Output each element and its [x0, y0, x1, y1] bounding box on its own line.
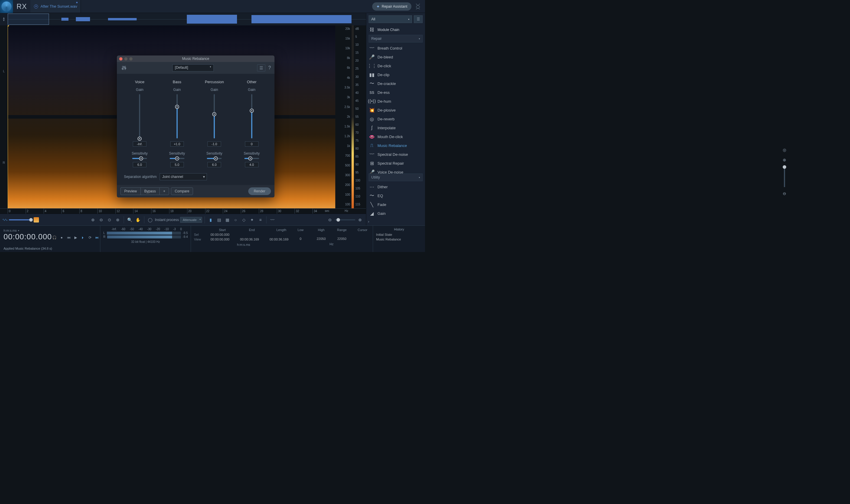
preset-select[interactable]: [Default]▾ [173, 64, 214, 71]
spectrogram-view-icon[interactable] [34, 217, 39, 222]
module-icon: ╲ [369, 202, 375, 207]
history-item[interactable]: Music Rebalance [376, 237, 422, 242]
gain-slider[interactable] [214, 94, 215, 138]
module-de-ess[interactable]: ssDe-ess [366, 88, 425, 97]
gain-slider[interactable] [139, 94, 140, 138]
gain-value[interactable]: 0 [245, 141, 258, 147]
modified-indicator-icon [76, 2, 78, 3]
zoom-vertical-arrows[interactable]: ▲▼ [0, 13, 8, 25]
module-icon: ▮▮ [369, 72, 375, 77]
gain-value[interactable]: -1.0 [207, 141, 221, 147]
module-music-rebalance[interactable]: ⎍Music Rebalance [366, 141, 425, 150]
region-icon[interactable]: ≡ [257, 216, 264, 223]
module-de-crackle[interactable]: 〜De-crackle [366, 79, 425, 88]
stats-icon[interactable]: 〰 [269, 216, 276, 223]
module-filter-select[interactable]: All▾ [369, 15, 412, 23]
wand-icon[interactable]: ✦ [249, 216, 256, 223]
sensitivity-value[interactable]: 6.0 [207, 162, 221, 167]
dna-icon[interactable] [414, 2, 422, 11]
lasso-icon[interactable]: ○ [232, 216, 239, 223]
separation-algorithm-select[interactable]: Joint channel [160, 173, 207, 180]
record-button[interactable]: ● [59, 235, 64, 240]
module-breath-control[interactable]: 〰Breath Control [366, 44, 425, 53]
module-voice-de-noise[interactable]: 🎤Voice De-noise [366, 168, 425, 174]
freq-select-icon[interactable]: ▤ [215, 216, 222, 223]
module-spectral-de-noise[interactable]: 〰Spectral De-noise [366, 150, 425, 159]
channel-axis: L R [0, 25, 8, 208]
time-select-icon[interactable]: ▮ [207, 216, 214, 223]
opacity-slider[interactable] [9, 219, 33, 220]
play-selection-button[interactable]: ⏵ [80, 235, 86, 240]
waveform-overview[interactable]: ▲▼ [0, 13, 366, 25]
bypass-button[interactable]: Bypass [141, 187, 159, 195]
find-icon[interactable]: 🔍 [126, 216, 133, 223]
overview-selection[interactable] [8, 14, 49, 25]
module-sidebar: All▾ ☰ ⛓ Module Chain Repair▾ 〰Breath Co… [366, 13, 425, 226]
zoom-selection-icon[interactable]: ⊙ [106, 216, 113, 223]
module-icon: ◢ [369, 211, 375, 216]
history-item[interactable]: Initial State [376, 232, 422, 237]
sensitivity-value[interactable]: 6.0 [133, 162, 146, 167]
module-dither[interactable]: ⋯Dither [366, 182, 425, 191]
channel-bass: BassGain+1.0Sensitivity5.0 [161, 80, 193, 167]
help-icon[interactable]: ? [268, 65, 271, 71]
sensitivity-slider[interactable] [207, 158, 222, 159]
repair-section-header[interactable]: Repair▾ [369, 35, 423, 42]
waveform-view-icon[interactable] [2, 217, 8, 222]
repair-assistant-button[interactable]: ✦ Repair Assistant [372, 2, 412, 11]
sidebar-menu-icon[interactable]: ☰ [414, 15, 423, 23]
sidebar-expand-icon[interactable]: › [366, 218, 425, 226]
app-logo-icon[interactable] [0, 0, 13, 13]
brush-icon[interactable]: ◇ [240, 216, 247, 223]
plus-button[interactable]: + [159, 187, 169, 195]
module-fade[interactable]: ╲Fade [366, 200, 425, 209]
module-mouth-de-click[interactable]: 👄Mouth De-click [366, 132, 425, 141]
module-de-plosive[interactable]: 💥De-plosive [366, 106, 425, 114]
preset-menu-icon[interactable]: ☰ [257, 64, 265, 71]
tab-filename: After The Sunset.wav [40, 4, 77, 8]
utility-section-header[interactable]: Utility▾ [369, 174, 423, 181]
module-gain[interactable]: ◢Gain [366, 209, 425, 218]
sensitivity-slider[interactable] [245, 158, 259, 159]
sensitivity-value[interactable]: 4.0 [245, 162, 258, 167]
module-icon: 🎤 [369, 169, 375, 174]
channel-voice: VoiceGain-Inf.Sensitivity6.0 [124, 80, 156, 167]
sensitivity-slider[interactable] [170, 158, 184, 159]
module-de-reverb[interactable]: ◎De-reverb [366, 114, 425, 123]
vzoom-in-icon[interactable]: ⊕ [357, 216, 364, 223]
close-tab-icon[interactable]: ✕ [34, 4, 38, 8]
module-chain-button[interactable]: ⛓ Module Chain [366, 25, 425, 35]
zoom-out-icon[interactable]: ⊖ [98, 216, 105, 223]
module-de-hum[interactable]: ((•))De-hum [366, 97, 425, 106]
sensitivity-slider[interactable] [132, 158, 147, 159]
gain-slider[interactable] [177, 94, 178, 138]
module-de-bleed[interactable]: 🎤De-bleed [366, 53, 425, 61]
module-de-click[interactable]: ⋮⋮De-click [366, 61, 425, 70]
loop-button[interactable]: ⟳ [87, 235, 93, 240]
gain-slider[interactable] [251, 94, 252, 138]
skip-button[interactable]: ⏭ [94, 235, 100, 240]
zoom-fit-icon[interactable]: ⊗ [114, 216, 121, 223]
sensitivity-value[interactable]: 5.0 [170, 162, 184, 167]
instant-process-icon[interactable]: ◯ [147, 216, 154, 223]
module-icon: 💥 [369, 107, 375, 113]
module-spectral-repair[interactable]: ⊞Spectral Repair [366, 159, 425, 168]
play-button[interactable]: ▶ [73, 235, 78, 240]
grab-icon[interactable]: ✋ [134, 216, 142, 223]
file-tab[interactable]: ✕ After The Sunset.wav [31, 0, 81, 13]
module-interpolate[interactable]: ∫Interpolate [366, 123, 425, 132]
module-de-clip[interactable]: ▮▮De-clip [366, 70, 425, 79]
module-eq[interactable]: 〜EQ [366, 191, 425, 200]
vzoom-slider[interactable] [335, 219, 355, 220]
process-mode-select[interactable]: Attenuate [180, 217, 202, 223]
vzoom-out-icon[interactable]: ⊖ [326, 216, 333, 223]
compare-button[interactable]: Compare [171, 187, 193, 195]
headphones-icon[interactable]: 🎧 [52, 235, 57, 240]
rewind-button[interactable]: ⏮ [66, 235, 71, 240]
gain-value[interactable]: +1.0 [170, 141, 184, 147]
gain-value[interactable]: -Inf. [133, 141, 146, 147]
zoom-in-icon[interactable]: ⊕ [89, 216, 96, 223]
timefreq-select-icon[interactable]: ▦ [224, 216, 231, 223]
render-button[interactable]: Render [248, 187, 271, 195]
preview-button[interactable]: Preview [121, 187, 141, 195]
